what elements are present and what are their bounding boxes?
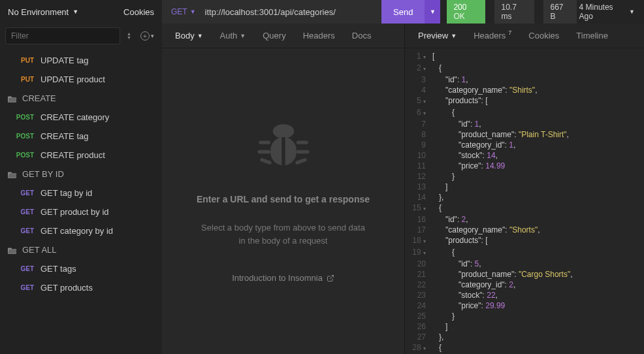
send-button[interactable]: Send — [381, 0, 425, 24]
code-line: 27 }, — [405, 332, 644, 342]
code-content: "products": [ — [432, 235, 488, 247]
sort-toggle[interactable]: ▲▼ — [124, 31, 134, 41]
tab-label: Preview — [418, 31, 448, 40]
method-badge: POST — [14, 152, 34, 159]
tab-label: Headers — [474, 31, 506, 40]
line-number: 4 — [405, 85, 432, 95]
svg-rect-7 — [259, 157, 272, 165]
line-number[interactable]: 1 ▾ — [405, 51, 432, 63]
tab-label: Body — [175, 31, 195, 40]
url-bar: GET ▼ — [162, 0, 381, 24]
method-badge: PUT — [14, 76, 34, 83]
history-dropdown[interactable]: 4 Minutes Ago ▼ — [579, 3, 644, 21]
request-tab-body[interactable]: Body▼ — [167, 24, 211, 48]
svg-rect-6 — [296, 150, 309, 153]
line-number: 8 — [405, 129, 432, 140]
code-line: 24 "price": 29.99 — [405, 300, 644, 311]
method-badge: GET — [14, 208, 34, 216]
code-content: } — [432, 171, 455, 182]
filter-input[interactable] — [5, 27, 120, 44]
request-item[interactable]: POSTCREATE product — [0, 146, 162, 165]
url-input[interactable] — [202, 7, 381, 17]
code-content: }, — [432, 332, 443, 342]
request-tab-docs[interactable]: Docs — [344, 24, 379, 48]
environment-selector[interactable]: No Environment ▼ — [8, 7, 78, 17]
request-body-panel: Enter a URL and send to get a response S… — [162, 48, 404, 354]
code-line: 18 ▾ "products": [ — [405, 235, 644, 247]
request-item[interactable]: PUTUPDATE tag — [0, 51, 162, 70]
response-tab-cookies[interactable]: Cookies — [521, 24, 567, 48]
code-line: 23 "stock": 22, — [405, 290, 644, 300]
line-number: 11 — [405, 161, 432, 171]
line-number[interactable]: 19 ▾ — [405, 247, 432, 259]
response-tab-timeline[interactable]: Timeline — [568, 24, 616, 48]
code-content: { — [432, 63, 442, 74]
method-selector[interactable]: GET ▼ — [162, 7, 202, 16]
request-item[interactable]: PUTUPDATE product — [0, 70, 162, 89]
method-badge: GET — [14, 227, 34, 234]
response-tab-headers[interactable]: Headers7 — [466, 24, 519, 48]
request-item[interactable]: GETGET category by id — [0, 221, 162, 240]
svg-rect-2 — [282, 137, 285, 165]
line-number[interactable]: 6 ▾ — [405, 107, 432, 119]
folder-item[interactable]: GET ALL — [0, 240, 162, 259]
code-line: 19 ▾ { — [405, 247, 644, 259]
code-content: }, — [432, 192, 443, 202]
response-size-pill[interactable]: 667 B — [543, 0, 576, 25]
method-badge: GET — [14, 189, 34, 197]
line-number: 3 — [405, 74, 432, 85]
folder-item[interactable]: CREATE — [0, 89, 162, 108]
svg-rect-5 — [257, 150, 270, 153]
request-item[interactable]: GETGET products — [0, 278, 162, 297]
line-number[interactable]: 18 ▾ — [405, 235, 432, 247]
line-number[interactable]: 15 ▾ — [405, 202, 432, 214]
request-list: PUTUPDATE tagPUTUPDATE productCREATEPOST… — [0, 48, 162, 354]
folder-item[interactable]: GET BY ID — [0, 165, 162, 184]
code-line: 7 "id": 1, — [405, 119, 644, 129]
line-number: 21 — [405, 269, 432, 280]
request-item[interactable]: GETGET tags — [0, 259, 162, 278]
request-item[interactable]: GETGET product by id — [0, 202, 162, 221]
request-label: UPDATE tag — [40, 56, 88, 65]
code-line: 13 ] — [405, 182, 644, 192]
code-content: "product_name": "Cargo Shorts", — [432, 269, 573, 280]
response-tab-preview[interactable]: Preview▼ — [410, 24, 464, 48]
code-content: "products": [ — [432, 95, 488, 107]
folder-open-icon — [8, 170, 17, 178]
cookies-button[interactable]: Cookies — [123, 7, 154, 17]
response-body[interactable]: 1 ▾[2 ▾ {3 "id": 1,4 "category_name": "S… — [405, 48, 644, 354]
status-code-pill[interactable]: 200 OK — [447, 0, 485, 25]
code-content: "category_id": 1, — [432, 140, 515, 150]
request-pane: Body▼Auth▼QueryHeadersDocs Enter a URL a… — [162, 24, 405, 354]
code-line: 28 ▾ { — [405, 342, 644, 354]
code-content: "id": 1, — [432, 74, 468, 85]
chevron-down-icon: ▼ — [190, 8, 196, 15]
add-request-button[interactable]: +▾ — [138, 30, 157, 42]
request-tab-auth[interactable]: Auth▼ — [212, 24, 254, 48]
top-bar: GET ▼ Send ▼ 200 OK 10.7 ms 667 B 4 Minu… — [162, 0, 644, 24]
main-area: GET ▼ Send ▼ 200 OK 10.7 ms 667 B 4 Minu… — [162, 0, 644, 354]
request-tab-headers[interactable]: Headers — [295, 24, 343, 48]
folder-label: CREATE — [22, 93, 56, 103]
line-number[interactable]: 28 ▾ — [405, 342, 432, 354]
line-number: 22 — [405, 280, 432, 290]
line-number[interactable]: 2 ▾ — [405, 63, 432, 74]
response-status-bar: 200 OK 10.7 ms 667 B 4 Minutes Ago ▼ — [440, 0, 644, 24]
status-code: 200 — [453, 3, 466, 12]
intro-link[interactable]: Introduction to Insomnia — [232, 273, 334, 283]
response-pane: Preview▼Headers7CookiesTimeline 1 ▾[2 ▾ … — [405, 24, 644, 354]
line-number[interactable]: 5 ▾ — [405, 95, 432, 107]
request-item[interactable]: GETGET tag by id — [0, 184, 162, 202]
line-number: 25 — [405, 311, 432, 321]
tab-badge: 7 — [508, 29, 511, 36]
code-line: 3 "id": 1, — [405, 74, 644, 85]
request-tab-query[interactable]: Query — [255, 24, 293, 48]
line-number: 12 — [405, 171, 432, 182]
code-line: 25 } — [405, 311, 644, 321]
send-dropdown[interactable]: ▼ — [425, 0, 440, 24]
body-prompt-title: Enter a URL and send to get a response — [197, 194, 370, 204]
tab-label: Cookies — [528, 31, 559, 40]
request-item[interactable]: POSTCREATE tag — [0, 127, 162, 146]
request-item[interactable]: POSTCREATE category — [0, 108, 162, 127]
response-time-pill[interactable]: 10.7 ms — [494, 0, 534, 25]
